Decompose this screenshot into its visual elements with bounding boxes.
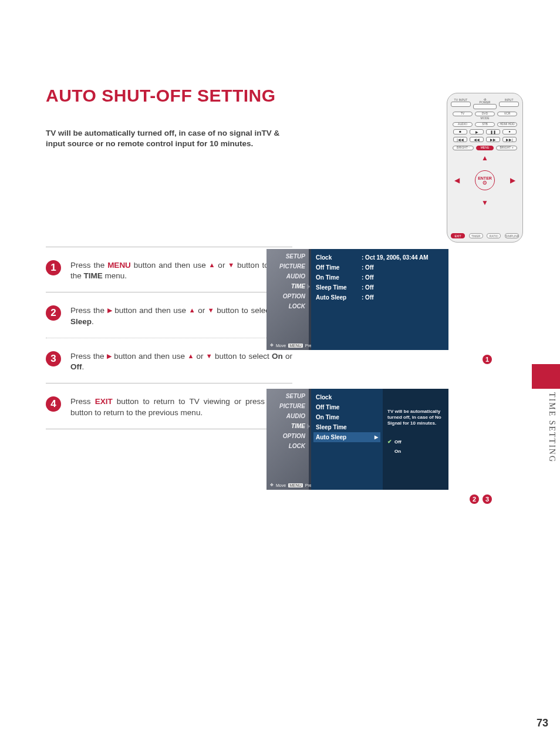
move-icon: ✥ xyxy=(270,343,274,348)
remote-simplink-button: SIMPLINK xyxy=(505,233,519,238)
remote-play-button: ▶ xyxy=(470,129,484,134)
steps-column: 1 Press the MENU button and then use ▲ o… xyxy=(46,247,292,429)
remote-next-button: ▶▶| xyxy=(502,137,517,142)
remote-input-button xyxy=(499,102,519,107)
osd-sidebar: SETUP PICTURE AUDIO TIME OPTION LOCK ✥ M… xyxy=(266,389,309,490)
ref-badge: 1 xyxy=(483,355,492,364)
step-badge: 1 xyxy=(46,260,61,275)
osd-sidebar-item: SETUP xyxy=(266,251,306,261)
remote-rew-button: ◀◀ xyxy=(470,137,484,142)
remote-brightminus-button: BRIGHT - xyxy=(453,146,474,150)
osd-footer-menu: MENU xyxy=(288,483,303,487)
remote-tv-button: TV xyxy=(453,112,473,116)
check-icon: ✔ xyxy=(387,439,392,445)
ref-badge: 2 xyxy=(470,494,479,504)
osd-footer-move: Move xyxy=(276,483,286,487)
step-body: Press the MENU button and then use ▲ or … xyxy=(70,260,292,281)
osd-row: On Time: Off xyxy=(316,272,444,282)
osd-main-panel: Clock Off Time On Time Sleep Time Auto S… xyxy=(311,389,383,490)
osd-sidebar-item: OPTION xyxy=(266,431,306,441)
osd-main-panel: Clock: Oct 19, 2006, 03:44 AM Off Time: … xyxy=(311,249,448,350)
remote-brightplus-button: BRIGHT + xyxy=(496,146,517,150)
osd-sidebarุitem: PICTURE xyxy=(266,401,306,411)
osd-sidebar-item: SETUP xyxy=(266,391,306,401)
osd-sidebar-item: AUDIO xyxy=(266,271,306,281)
remote-audio-button: AUDIO xyxy=(453,122,473,127)
osd-footer-menu: MENU xyxy=(288,344,303,348)
step-4: 4 Press EXIT button to return to TV view… xyxy=(46,383,292,428)
osd-sidebar-item: PICTURE xyxy=(266,261,306,271)
remote-dpad: ▲ ▼ ◀ ▶ ENTER ⊙ xyxy=(454,154,515,207)
osd-option: On xyxy=(387,446,444,456)
remote-enter-button: ENTER ⊙ xyxy=(475,170,495,190)
remote-ff-button: ▶▶ xyxy=(486,137,500,142)
osd-row: On Time xyxy=(316,412,378,422)
left-arrow-icon: ◀ xyxy=(454,176,460,184)
osd-sidebar: SETUP PICTURE AUDIO TIME OPTION LOCK ✥ M… xyxy=(266,249,309,350)
remote-stb-button: STB xyxy=(475,122,495,127)
osd-row: Clock: Oct 19, 2006, 03:44 AM xyxy=(316,253,444,263)
osd-row: Clock xyxy=(316,392,378,402)
osd-option: ✔Off xyxy=(387,437,444,446)
remote-power-button xyxy=(473,104,497,109)
osd-row: Off Time xyxy=(316,402,378,412)
step-body: Press the ▶ button and then use ▲ or ▼ b… xyxy=(70,305,292,327)
remote-exit-button: EXIT xyxy=(451,233,465,238)
osd-row: Sleep Time: Off xyxy=(316,282,444,292)
step-body: Press the ▶ button and then use ▲ or ▼ b… xyxy=(70,351,292,372)
remote-pause-button: ❚❚ xyxy=(486,129,500,134)
page-title: AUTO SHUT-OFF SETTING xyxy=(46,86,492,106)
right-arrow-icon: ▶ xyxy=(510,176,515,184)
remote-timer-button: TIMER xyxy=(469,233,483,238)
osd-ref-badges: 2 3 xyxy=(470,494,492,504)
osd-sidebar-item: AUDIO xyxy=(266,411,306,421)
osd-right-panel: TV will be automatically turned off, in … xyxy=(383,389,448,490)
step-badge: 3 xyxy=(46,351,61,366)
up-arrow-icon: ▲ xyxy=(481,154,488,162)
step-badge: 4 xyxy=(46,396,61,412)
step-1: 1 Press the MENU button and then use ▲ o… xyxy=(46,247,292,292)
osd-sidebar-item: LOCK xyxy=(266,301,306,311)
osd-row: Off Time: Off xyxy=(316,263,444,272)
step-body: Press EXIT button to return to TV viewin… xyxy=(70,396,292,418)
remote-vcr-button: VCR xyxy=(497,112,517,116)
remote-prev-button: |◀◀ xyxy=(453,137,467,142)
osd-sidebar-item: LOCK xyxy=(266,441,306,451)
step-2: 2 Press the ▶ button and then use ▲ or ▼… xyxy=(46,292,292,337)
osd-description: TV will be automatically turned off, in … xyxy=(387,409,444,426)
osd-row-selected: Auto Sleep▶ xyxy=(313,432,380,442)
remote-dvd-button: DVD xyxy=(475,112,495,116)
osd-sidebar-item: OPTION xyxy=(266,291,306,301)
osd-ref-badges: 1 xyxy=(483,355,492,364)
osd-row: Auto Sleep: Off xyxy=(316,292,444,302)
divider xyxy=(46,429,292,429)
side-section-tab: TIME SETTING xyxy=(533,392,556,463)
intro-text: TV will be automatically turned off, in … xyxy=(46,128,292,149)
remote-hdmihdd-button: HDMI HDD xyxy=(497,122,517,127)
ref-badge: 3 xyxy=(483,494,492,504)
osd-row: Sleep Time xyxy=(316,422,378,432)
remote-menu-button: MENU xyxy=(476,146,494,150)
osd-screenshot-1: SETUP PICTURE AUDIO TIME OPTION LOCK ✥ M… xyxy=(266,249,448,350)
osd-sidebar-item-selected: TIME xyxy=(266,421,306,431)
right-arrow-icon: ▶ xyxy=(375,435,378,440)
step-badge: 2 xyxy=(46,305,61,321)
move-icon: ✥ xyxy=(270,483,274,487)
step-3: 3 Press the ▶ button and then use ▲ or ▼… xyxy=(46,338,292,383)
remote-ratio-button: RATIO xyxy=(487,233,501,238)
osd-screenshot-2: SETUP PICTURE AUDIO TIME OPTION LOCK ✥ M… xyxy=(266,389,448,490)
page-number: 73 xyxy=(537,717,548,729)
remote-stop-button: ■ xyxy=(453,129,467,134)
side-red-bar xyxy=(532,364,560,389)
osd-sidebar-item-selected: TIME xyxy=(266,281,306,291)
remote-tvinput-button xyxy=(451,102,471,107)
remote-rec-button: ● xyxy=(502,129,517,134)
remote-illustration: TV INPUT ⏻POWER INPUT TV DVD VCR MODE AU… xyxy=(438,93,532,243)
osd-footer-move: Move xyxy=(276,344,286,348)
down-arrow-icon: ▼ xyxy=(481,198,488,207)
